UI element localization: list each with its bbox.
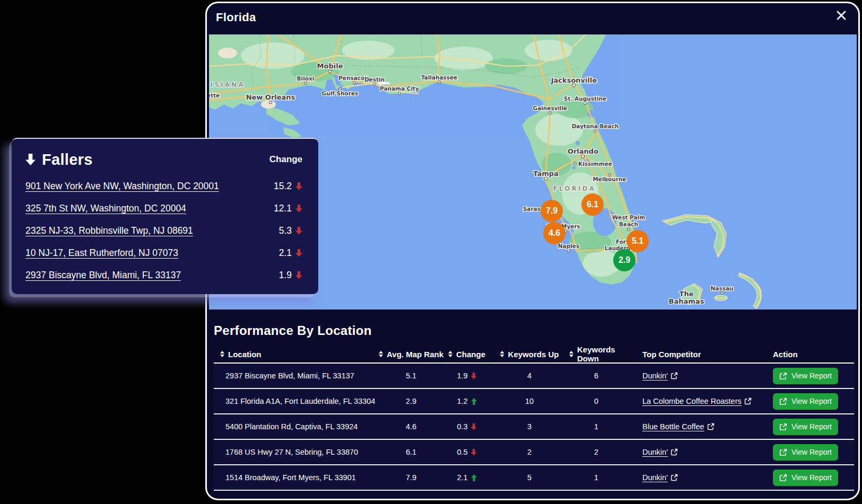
list-item: 325 7th St NW, Washington, DC 20004 12.1 bbox=[25, 197, 302, 219]
competitor-link[interactable]: Blue Bottle Coffee bbox=[642, 422, 704, 431]
cell-keywords-down: 0 bbox=[569, 397, 623, 405]
cell-avg-map-rank: 6.1 bbox=[378, 448, 444, 456]
faller-address-link[interactable]: 2937 Biscayne Blvd, Miami, FL 33137 bbox=[25, 270, 181, 281]
map-marker-7-9[interactable]: 7.9 bbox=[541, 200, 563, 222]
map-city-new-orleans: New Orleans bbox=[246, 93, 295, 101]
map-marker-2-9[interactable]: 2.9 bbox=[613, 249, 635, 271]
map-city-destin: Destin bbox=[364, 76, 385, 83]
map-city-melbourne: Melbourne bbox=[593, 176, 626, 182]
column-header-change[interactable]: Change bbox=[444, 350, 490, 359]
external-link-icon bbox=[779, 474, 787, 482]
cell-keywords-up: 3 bbox=[490, 422, 569, 431]
sort-icon bbox=[220, 351, 224, 357]
column-header-top-competitor: Top Competitor bbox=[642, 350, 773, 359]
map-city-gainesville: Gainesville bbox=[533, 105, 568, 111]
cell-avg-map-rank: 5.1 bbox=[378, 372, 444, 380]
table-row: 2937 Biscayne Blvd, Miami, FL 33137 5.1 … bbox=[214, 364, 854, 389]
map-marker-6-1[interactable]: 6.1 bbox=[581, 193, 604, 216]
column-label: Top Competitor bbox=[642, 350, 701, 359]
cell-keywords-up: 4 bbox=[490, 372, 569, 380]
cell-change: 0.5 bbox=[444, 448, 490, 456]
view-report-button[interactable]: View Report bbox=[773, 444, 838, 461]
external-link-icon bbox=[779, 397, 787, 405]
cell-keywords-up: 2 bbox=[490, 448, 569, 456]
sort-icon bbox=[569, 351, 573, 357]
cell-keywords-up: 5 bbox=[490, 473, 569, 482]
table-row: 5400 Plantation Rd, Captiva, FL 33924 4.… bbox=[214, 414, 854, 440]
competitor-link[interactable]: Dunkin' bbox=[642, 448, 668, 456]
map-city-tallahassee: Tallahassee bbox=[421, 74, 457, 81]
view-report-label: View Report bbox=[791, 448, 832, 456]
cell-action: View Report bbox=[773, 419, 854, 435]
map-city-mobile: Mobile bbox=[317, 62, 343, 70]
cell-action: View Report bbox=[773, 393, 854, 410]
down-arrow-icon bbox=[295, 182, 302, 190]
map-marker-4-6[interactable]: 4.6 bbox=[543, 222, 565, 244]
close-icon[interactable] bbox=[835, 9, 848, 22]
view-report-button[interactable]: View Report bbox=[773, 393, 838, 410]
fallers-change-header: Change bbox=[269, 154, 302, 165]
external-link-icon bbox=[671, 448, 678, 456]
column-label: Change bbox=[456, 350, 485, 359]
marker-value: 5.1 bbox=[632, 236, 643, 246]
external-link-icon bbox=[779, 448, 787, 456]
competitor-link[interactable]: Dunkin' bbox=[642, 372, 668, 380]
cell-change: 1.9 bbox=[444, 372, 490, 380]
list-item: 10 NJ-17, East Rutherford, NJ 07073 2.1 bbox=[25, 242, 302, 264]
map-label-bahamas: Bahamas bbox=[669, 297, 704, 305]
map-city-biloxi: Biloxi bbox=[297, 75, 315, 82]
map-city-west-palm-beach: Beach bbox=[619, 221, 638, 227]
list-item: 2937 Biscayne Blvd, Miami, FL 33137 1.9 bbox=[25, 264, 302, 286]
column-label: Location bbox=[228, 350, 262, 359]
competitor-link[interactable]: La Colombe Coffee Roasters bbox=[642, 397, 742, 405]
map-city-orlando: Orlando bbox=[568, 147, 598, 155]
table-header-row: Location Avg. Map Rank Change Keywords U… bbox=[214, 346, 854, 364]
faller-address-link[interactable]: 325 7th St NW, Washington, DC 20004 bbox=[25, 203, 186, 214]
map-marker-5-1[interactable]: 5.1 bbox=[626, 230, 649, 252]
faller-change-value: 15.2 bbox=[274, 181, 292, 192]
column-header-location[interactable]: Location bbox=[214, 350, 378, 359]
external-link-icon bbox=[779, 372, 787, 380]
marker-value: 7.9 bbox=[546, 206, 558, 216]
change-arrow-icon bbox=[471, 373, 477, 379]
map-label-the: The bbox=[680, 290, 694, 298]
cell-top-competitor: Dunkin' bbox=[642, 372, 773, 380]
cell-location: 1768 US Hwy 27 N, Sebring, FL 33870 bbox=[214, 448, 378, 456]
view-report-label: View Report bbox=[791, 422, 832, 431]
change-value: 0.5 bbox=[457, 448, 467, 456]
map-city-gulf-shores: Gulf Shores bbox=[322, 90, 359, 96]
column-label: Keywords Up bbox=[508, 350, 559, 359]
map-city-st-augustine: St. Augustine bbox=[564, 95, 606, 102]
column-header-avg-map-rank[interactable]: Avg. Map Rank bbox=[378, 350, 444, 359]
faller-address-link[interactable]: 2325 NJ-33, Robbinsville Twp, NJ 08691 bbox=[25, 225, 193, 236]
column-header-keywords-down[interactable]: Keywords Down bbox=[569, 345, 623, 363]
competitor-link[interactable]: Dunkin' bbox=[642, 473, 668, 482]
sort-icon bbox=[379, 351, 383, 357]
cell-change: 0.3 bbox=[444, 422, 490, 431]
map-city-naples: Naples bbox=[558, 243, 579, 249]
external-link-icon bbox=[744, 397, 752, 405]
faller-address-link[interactable]: 901 New York Ave NW, Washington, DC 2000… bbox=[25, 181, 219, 192]
down-arrow-icon bbox=[295, 227, 302, 235]
view-report-button[interactable]: View Report bbox=[773, 419, 838, 435]
view-report-button[interactable]: View Report bbox=[773, 368, 838, 384]
down-arrow-icon bbox=[295, 249, 302, 257]
column-header-keywords-up[interactable]: Keywords Up bbox=[490, 350, 569, 359]
marker-value: 6.1 bbox=[587, 200, 598, 209]
cell-location: 1514 Broadway, Fort Myers, FL 33901 bbox=[214, 473, 378, 482]
map-city-west-palm: West Palm bbox=[612, 214, 645, 220]
map-region-florida: FLORIDA bbox=[553, 185, 596, 192]
cell-change: 1.2 bbox=[444, 397, 490, 405]
fallers-title: Fallers bbox=[42, 151, 93, 169]
map-region-louisiana: LOUISIANA bbox=[209, 81, 245, 89]
faller-address-link[interactable]: 10 NJ-17, East Rutherford, NJ 07073 bbox=[25, 247, 178, 259]
list-item: 901 New York Ave NW, Washington, DC 2000… bbox=[25, 175, 302, 197]
cell-keywords-down: 2 bbox=[569, 448, 623, 456]
view-report-button[interactable]: View Report bbox=[773, 470, 838, 486]
change-arrow-icon bbox=[471, 398, 477, 405]
faller-change-value: 12.1 bbox=[274, 203, 292, 214]
change-value: 1.9 bbox=[457, 372, 467, 380]
cell-action: View Report bbox=[773, 444, 854, 461]
cell-top-competitor: Dunkin' bbox=[642, 473, 773, 482]
cell-action: View Report bbox=[773, 470, 854, 486]
